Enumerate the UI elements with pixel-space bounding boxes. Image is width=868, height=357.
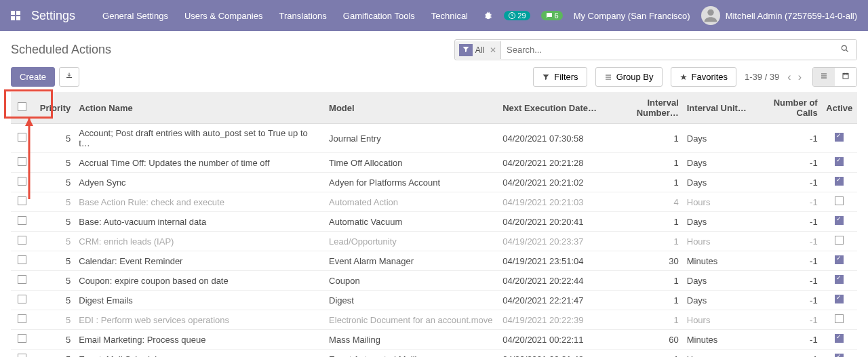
table-row[interactable]: 5Base Action Rule: check and executeAuto… xyxy=(11,192,857,212)
clock-badge[interactable]: 29 xyxy=(504,11,530,20)
pager: 1-39 / 39 ‹ › xyxy=(745,68,804,86)
pager-prev[interactable]: ‹ xyxy=(785,68,793,86)
app-brand[interactable]: Settings xyxy=(31,9,75,23)
company-selector[interactable]: My Company (San Francisco) xyxy=(574,11,690,21)
user-name: Mitchell Admin (7257659-14-0-all) xyxy=(726,11,857,21)
cell-priority: 5 xyxy=(33,310,75,330)
row-checkbox[interactable] xyxy=(18,216,26,225)
search-button[interactable] xyxy=(833,40,856,60)
cell-intunit: Days xyxy=(683,212,752,232)
user-menu[interactable]: Mitchell Admin (7257659-14-0-all) xyxy=(701,6,857,25)
nav-item-general[interactable]: General Settings xyxy=(102,11,168,21)
cell-date: 04/20/2021 20:22:44 xyxy=(498,271,603,291)
row-checkbox[interactable] xyxy=(18,275,26,284)
row-checkbox[interactable] xyxy=(18,295,26,303)
cell-date: 04/20/2021 00:22:11 xyxy=(498,330,603,350)
col-model[interactable]: Model xyxy=(325,92,498,124)
col-name[interactable]: Action Name xyxy=(75,92,325,124)
import-button[interactable] xyxy=(59,67,79,87)
bug-icon[interactable] xyxy=(484,11,493,20)
cell-active[interactable] xyxy=(822,350,857,358)
cell-intunit: Minutes xyxy=(683,251,752,271)
table-row[interactable]: 5Digest EmailsDigest04/20/2021 22:21:471… xyxy=(11,291,857,310)
annotation-highlight-box xyxy=(4,89,53,119)
table-row[interactable]: 5CRM: enrich leads (IAP)Lead/Opportunity… xyxy=(11,232,857,251)
filters-button[interactable]: Filters xyxy=(533,67,587,87)
cell-model: Event Alarm Manager xyxy=(325,251,498,271)
col-intnum[interactable]: Interval Number… xyxy=(603,92,683,124)
cell-model: Automated Action xyxy=(325,192,498,212)
nav-item-technical[interactable]: Technical xyxy=(431,11,468,21)
row-checkbox[interactable] xyxy=(18,354,26,357)
favorites-button[interactable]: Favorites xyxy=(671,67,736,87)
groupby-label: Group By xyxy=(616,72,654,82)
table-row[interactable]: 5Adyen SyncAdyen for Platforms Account04… xyxy=(11,173,857,192)
active-filter-tag[interactable]: All ✕ xyxy=(455,41,501,59)
cell-active[interactable] xyxy=(822,310,857,330)
row-checkbox[interactable] xyxy=(18,236,26,245)
filter-tag-label: All xyxy=(475,45,484,55)
cell-date: 04/19/2021 23:51:04 xyxy=(498,251,603,271)
cell-date: 04/20/2021 22:21:47 xyxy=(498,291,603,310)
cell-active[interactable] xyxy=(822,251,857,271)
cell-date: 04/19/2021 20:23:37 xyxy=(498,232,603,251)
row-checkbox[interactable] xyxy=(18,314,26,323)
list-view-icon xyxy=(820,72,828,80)
cell-active[interactable] xyxy=(822,153,857,173)
cell-intunit: Days xyxy=(683,291,752,310)
cell-active[interactable] xyxy=(822,124,857,153)
cell-calls: -1 xyxy=(752,232,821,251)
table-row[interactable]: 5Calendar: Event ReminderEvent Alarm Man… xyxy=(11,251,857,271)
filters-label: Filters xyxy=(554,72,578,82)
table-row[interactable]: 5Event: Mail SchedulerEvent Automated Ma… xyxy=(11,350,857,358)
cell-active[interactable] xyxy=(822,330,857,350)
nav-item-gamification[interactable]: Gamification Tools xyxy=(343,11,415,21)
cell-calls: -1 xyxy=(752,330,821,350)
col-intunit[interactable]: Interval Unit… xyxy=(683,92,752,124)
table-row[interactable]: 5EDI : Perform web services operationsEl… xyxy=(11,310,857,330)
calendar-view-button[interactable] xyxy=(835,68,856,86)
row-checkbox[interactable] xyxy=(18,334,26,343)
cell-active[interactable] xyxy=(822,291,857,310)
cell-intnum: 1 xyxy=(603,212,683,232)
close-icon[interactable]: ✕ xyxy=(487,45,499,55)
cell-intnum: 4 xyxy=(603,192,683,212)
cell-active[interactable] xyxy=(822,192,857,212)
cell-priority: 5 xyxy=(33,192,75,212)
col-date[interactable]: Next Execution Date… xyxy=(498,92,603,124)
table-row[interactable]: 5Account; Post draft entries with auto_p… xyxy=(11,124,857,153)
cell-priority: 5 xyxy=(33,251,75,271)
cell-model: Event Automated Mailing xyxy=(325,350,498,358)
groupby-button[interactable]: Group By xyxy=(595,67,663,87)
col-calls[interactable]: Number of Calls xyxy=(752,92,821,124)
table-row[interactable]: 5Coupon: expire coupon based on dateCoup… xyxy=(11,271,857,291)
cell-model: Lead/Opportunity xyxy=(325,232,498,251)
create-button[interactable]: Create xyxy=(11,67,55,87)
table-row[interactable]: 5Email Marketing: Process queueMass Mail… xyxy=(11,330,857,350)
cell-date: 04/19/2021 20:22:39 xyxy=(498,310,603,330)
apps-icon[interactable] xyxy=(11,11,20,20)
table-row[interactable]: 5Base: Auto-vacuum internal dataAutomati… xyxy=(11,212,857,232)
nav-item-users[interactable]: Users & Companies xyxy=(184,11,263,21)
cell-active[interactable] xyxy=(822,271,857,291)
row-checkbox[interactable] xyxy=(18,255,26,264)
table-row[interactable]: 5Accrual Time Off: Updates the number of… xyxy=(11,153,857,173)
breadcrumb: Scheduled Actions xyxy=(11,43,111,57)
cell-intunit: Hours xyxy=(683,350,752,358)
pager-next[interactable]: › xyxy=(795,68,804,86)
cell-date: 04/20/2021 20:21:02 xyxy=(498,173,603,192)
cell-active[interactable] xyxy=(822,173,857,192)
cell-intunit: Hours xyxy=(683,232,752,251)
cell-intunit: Hours xyxy=(683,192,752,212)
search-input[interactable] xyxy=(501,41,833,59)
cell-active[interactable] xyxy=(822,212,857,232)
chat-badge[interactable]: 6 xyxy=(541,11,563,20)
list-view-button[interactable] xyxy=(813,68,835,86)
cell-name: CRM: enrich leads (IAP) xyxy=(75,232,325,251)
svg-point-1 xyxy=(842,45,846,50)
col-active[interactable]: Active xyxy=(822,92,857,124)
nav-item-translations[interactable]: Translations xyxy=(279,11,327,21)
cell-intnum: 1 xyxy=(603,271,683,291)
cell-active[interactable] xyxy=(822,232,857,251)
cell-intnum: 1 xyxy=(603,173,683,192)
